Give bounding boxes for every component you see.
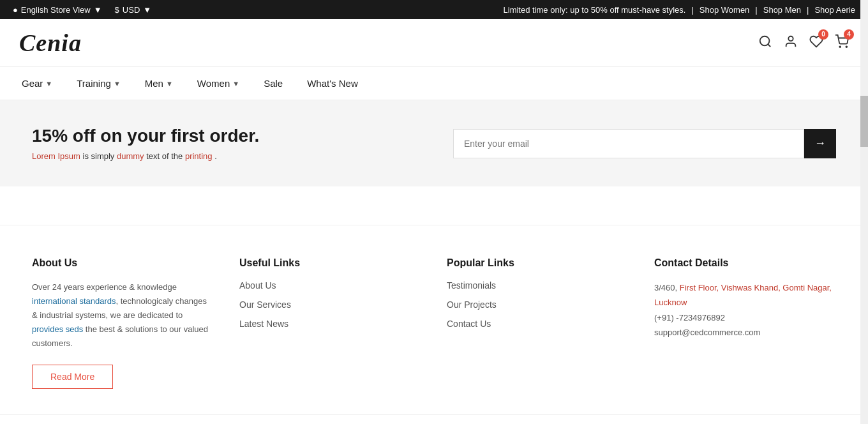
nav-item-men[interactable]: Men ▼ [142,67,176,100]
footer-about-title: About Us [32,257,214,269]
subtext-period: . [214,151,217,161]
nav-item-whats-new[interactable]: What's New [304,67,361,100]
top-bar-left: ● English Store View ▼ $ USD ▼ [13,5,151,15]
top-bar-right: Limited time only: up to 50% off must-ha… [504,5,855,15]
currency-icon: $ [115,5,119,15]
useful-link-latest-news[interactable]: Latest News [239,319,288,329]
nav-label-sale: Sale [264,78,283,89]
list-item: Testimonials [447,280,629,291]
header-icons: 0 4 [758,34,849,52]
separator-1: | [691,5,693,15]
chevron-down-icon: ▼ [45,80,52,87]
store-view-selector[interactable]: ● English Store View ▼ [13,5,102,15]
newsletter-right: → [453,129,836,158]
header: Cenia 0 4 [0,19,868,67]
currency-selector[interactable]: $ USD ▼ [115,5,152,15]
footer-useful-links-title: Useful Links [239,257,421,269]
nav-item-women[interactable]: Women ▼ [195,67,242,100]
nav-label-training: Training [77,78,111,89]
useful-link-our-services[interactable]: Our Services [239,299,291,310]
cart-badge: 4 [844,29,854,40]
footer-useful-links-list: About Us Our Services Latest News [239,280,421,329]
separator-3: | [807,5,809,15]
email-address: support@cedcommerce.com [654,325,836,340]
footer-about-col: About Us Over 24 years experience & know… [32,257,214,389]
svg-point-4 [846,46,847,47]
svg-point-0 [760,36,770,45]
useful-link-about-us[interactable]: About Us [239,280,276,291]
nav-label-men: Men [145,78,163,89]
list-item: About Us [239,280,421,291]
newsletter-submit-button[interactable]: → [804,129,836,158]
address-line: 3/460, First Floor, Vishwas Khand, Gomti… [654,280,836,310]
spacer [0,186,868,225]
dummy-text: dummy [117,151,144,161]
footer-popular-links-col: Popular Links Testimonials Our Projects … [447,257,629,389]
email-input[interactable] [453,129,804,158]
svg-point-2 [788,36,793,40]
list-item: Contact Us [447,319,629,329]
svg-point-3 [839,46,841,47]
wishlist-icon[interactable]: 0 [809,34,823,52]
promo-text: Limited time only: up to 50% off must-ha… [504,5,686,15]
nav-item-sale[interactable]: Sale [261,67,285,100]
main-nav: Gear ▼ Training ▼ Men ▼ Women ▼ Sale Wha… [0,67,868,100]
nav-label-women: Women [197,78,230,89]
newsletter-heading: 15% off on your first order. [32,126,453,146]
lorem-text: Lorem [32,151,56,161]
printing-text: printing [185,151,213,161]
newsletter-left: 15% off on your first order. Lorem Ipsum… [32,126,453,161]
nav-label-gear: Gear [22,78,43,89]
scrollbar-thumb[interactable] [860,96,868,147]
wishlist-badge: 0 [818,29,828,40]
list-item: Latest News [239,319,421,329]
read-more-button[interactable]: Read More [32,365,113,389]
phone-number: (+91) -7234976892 [654,310,836,325]
popular-link-contact-us[interactable]: Contact Us [447,319,491,329]
ipsum-text: Ipsum [57,151,80,161]
address-highlight: First Floor, Vishwas Khand, Gomti Nagar,… [654,283,832,307]
shop-aerie-link[interactable]: Shop Aerie [814,5,855,15]
currency-chevron: ▼ [143,5,151,15]
footer-popular-links-list: Testimonials Our Projects Contact Us [447,280,629,329]
footer-useful-links-col: Useful Links About Us Our Services Lates… [239,257,421,389]
footer-columns: About Us Over 24 years experience & know… [0,225,868,414]
currency-label: USD [123,5,140,15]
list-item: Our Projects [447,299,629,310]
copyright-bar: Copyright © 2013-present Magento, Inc. A… [0,414,868,424]
logo[interactable]: Cenia [19,29,82,57]
nav-label-whats-new: What's New [307,78,358,89]
footer-contact-col: Contact Details 3/460, First Floor, Vish… [654,257,836,389]
store-view-chevron: ▼ [94,5,102,15]
account-icon[interactable] [784,34,798,52]
shop-women-link[interactable]: Shop Women [700,5,750,15]
store-view-label: English Store View [21,5,91,15]
separator-2: | [755,5,757,15]
newsletter-section: 15% off on your first order. Lorem Ipsum… [0,100,868,186]
location-icon: ● [13,5,18,15]
subtext-normal2: text of the [146,151,185,161]
list-item: Our Services [239,299,421,310]
footer-popular-links-title: Popular Links [447,257,629,269]
footer-contact-address: 3/460, First Floor, Vishwas Khand, Gomti… [654,280,836,340]
footer-about-highlight1: international standards [32,296,116,306]
footer-about-highlight2: provides seds [32,324,83,334]
shop-men-link[interactable]: Shop Men [763,5,801,15]
arrow-right-icon: → [814,137,826,150]
chevron-down-icon: ▼ [166,80,173,87]
newsletter-subtext: Lorem Ipsum is simply dummy text of the … [32,151,453,161]
top-bar: ● English Store View ▼ $ USD ▼ Limited t… [0,0,868,19]
subtext-normal1: is simply [83,151,117,161]
footer-contact-title: Contact Details [654,257,836,269]
footer-about-desc: Over 24 years experience & knowledge int… [32,280,214,351]
chevron-down-icon: ▼ [114,80,121,87]
scrollbar-track[interactable] [860,0,868,424]
chevron-down-icon: ▼ [232,80,239,87]
nav-item-training[interactable]: Training ▼ [74,67,123,100]
popular-link-testimonials[interactable]: Testimonials [447,280,496,291]
nav-item-gear[interactable]: Gear ▼ [19,67,55,100]
cart-icon[interactable]: 4 [835,34,849,52]
popular-link-our-projects[interactable]: Our Projects [447,299,497,310]
search-icon[interactable] [758,34,772,52]
svg-line-1 [768,44,770,47]
